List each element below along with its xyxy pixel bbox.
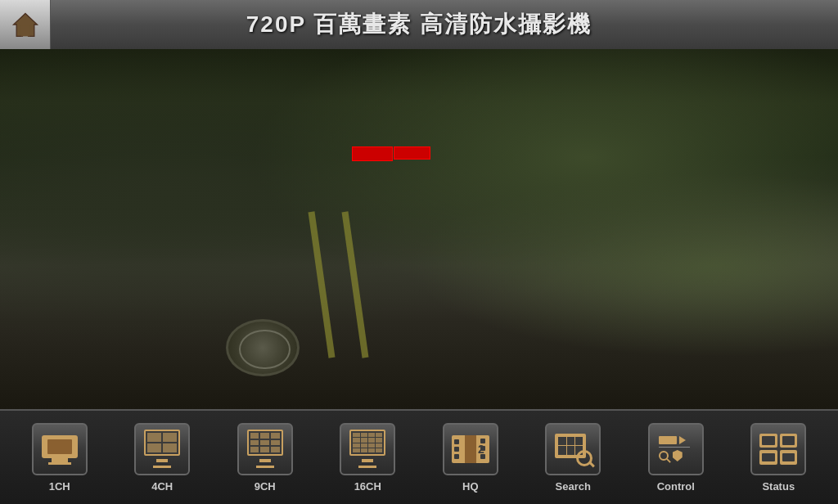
camera-scene <box>0 49 838 409</box>
monitor-4ch-icon <box>144 430 180 468</box>
grid-16ch-icon <box>349 430 385 468</box>
btn-status-label: Status <box>762 480 795 493</box>
btn-search-label: Search <box>556 480 591 493</box>
license-plate-2 <box>394 146 430 160</box>
status-icon <box>759 434 797 465</box>
search-icon <box>555 434 591 465</box>
btn-1ch-label: 1CH <box>49 480 70 493</box>
btn-16ch-label: 16CH <box>354 480 381 493</box>
page-title: 720P 百萬畫素 高清防水攝影機 <box>246 9 592 40</box>
license-plate-1 <box>352 146 393 161</box>
control-icon <box>657 433 695 466</box>
grid-9ch-icon <box>247 430 283 468</box>
header-bar: 720P 百萬畫素 高清防水攝影機 <box>0 0 838 49</box>
btn-control-label: Control <box>657 480 695 493</box>
toolbar: 1CH 4CH <box>0 409 838 504</box>
btn-status[interactable]: Status <box>728 411 831 504</box>
road-marking-1 <box>309 211 336 358</box>
btn-9ch-label: 9CH <box>255 480 276 493</box>
icon-box-search <box>545 423 601 475</box>
icon-box-status <box>750 423 806 475</box>
btn-control[interactable]: Control <box>624 411 728 504</box>
road-marking-2 <box>342 211 369 358</box>
monitor-1ch-icon <box>42 435 78 463</box>
btn-9ch[interactable]: 9CH <box>214 411 317 504</box>
btn-1ch[interactable]: 1CH <box>8 411 111 504</box>
camera-feed <box>0 49 838 409</box>
btn-search[interactable]: Search <box>522 411 625 504</box>
btn-4ch-label: 4CH <box>151 480 173 493</box>
icon-box-control <box>648 423 704 475</box>
btn-hq[interactable]: 2 HQ <box>419 411 522 504</box>
btn-4ch[interactable]: 4CH <box>111 411 214 504</box>
film-hq-icon: 2 <box>452 435 489 463</box>
btn-hq-label: HQ <box>462 480 479 493</box>
home-icon <box>11 10 40 39</box>
svg-rect-1 <box>20 26 29 37</box>
btn-16ch[interactable]: 16CH <box>317 411 420 504</box>
icon-box-hq: 2 <box>443 423 498 475</box>
manhole-cover <box>226 319 300 376</box>
icon-box-1ch <box>32 423 88 475</box>
icon-box-9ch <box>237 423 293 475</box>
home-button[interactable] <box>0 0 51 49</box>
icon-box-4ch <box>134 423 190 475</box>
icon-box-16ch <box>340 423 395 475</box>
